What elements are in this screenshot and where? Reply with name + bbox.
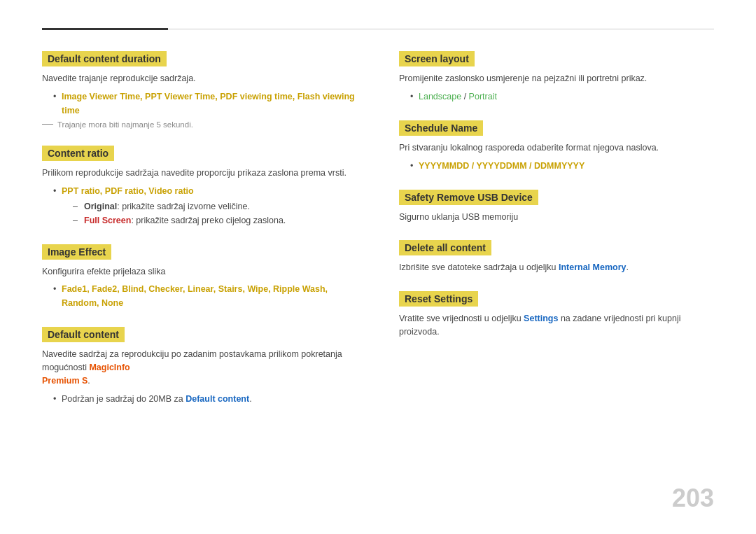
section-desc-delete-all-content: Izbrišite sve datoteke sadržaja u odjelj…: [399, 261, 714, 274]
link-magicinfo: MagicInfoPremium S: [42, 363, 130, 386]
section-default-content: Default content Navedite sadržaj za repr…: [42, 327, 357, 405]
rule-right: [168, 29, 714, 29]
link-text: Image Viewer Time, PPT Viewer Time, PDF …: [62, 92, 355, 115]
link-landscape: Landscape: [419, 92, 461, 101]
section-title-image-effect: Image Effect: [42, 244, 111, 260]
sub-list-ratio: Original: prikažite sadržaj izvorne veli…: [62, 199, 357, 227]
section-desc-content-ratio: Prilikom reprodukcije sadržaja navedite …: [42, 167, 357, 180]
column-left: Default content duration Navedite trajan…: [42, 51, 357, 423]
link-text-schedule: YYYYMMDD / YYYYDDMM / DDMMYYYY: [419, 161, 584, 171]
section-title-content-ratio: Content ratio: [42, 146, 114, 161]
list-item: YYYYMMDD / YYYYDDMM / DDMMYYYY: [410, 159, 714, 173]
section-desc-screen-layout: Promijenite zaslonsko usmjerenje na pejz…: [399, 72, 714, 85]
section-screen-layout: Screen layout Promijenite zaslonsko usmj…: [399, 51, 714, 104]
list-item: Landscape / Portrait: [410, 90, 714, 104]
sub-list-item: Original: prikažite sadržaj izvorne veli…: [73, 199, 357, 213]
link-default-content: Default content: [186, 394, 249, 404]
page-container: Default content duration Navedite trajan…: [0, 0, 756, 465]
link-text-effect: Fade1, Fade2, Blind, Checker, Linear, St…: [62, 284, 328, 308]
link-text-ratio: PPT ratio, PDF ratio, Video ratio: [62, 186, 194, 196]
section-content-ratio: Content ratio Prilikom reprodukcije sadr…: [42, 146, 357, 227]
section-title-default-content-duration: Default content duration: [42, 51, 167, 66]
section-schedule-name: Schedule Name Pri stvaranju lokalnog ras…: [399, 120, 714, 173]
section-note-duration: Trajanje mora biti najmanje 5 sekundi.: [42, 120, 357, 129]
link-settings: Settings: [524, 314, 558, 323]
section-title-schedule-name: Schedule Name: [399, 120, 483, 136]
section-desc-schedule-name: Pri stvaranju lokalnog rasporeda odaberi…: [399, 141, 714, 155]
bullet-list-screen-layout: Landscape / Portrait: [399, 90, 714, 104]
section-desc-image-effect: Konfigurira efekte prijelaza slika: [42, 265, 357, 279]
section-title-delete-all-content: Delete all content: [399, 240, 491, 255]
bullet-list-default-content: Podržan je sadržaj do 20MB za Default co…: [42, 392, 357, 406]
bullet-list-image-effect: Fade1, Fade2, Blind, Checker, Linear, St…: [42, 282, 357, 310]
section-image-effect: Image Effect Konfigurira efekte prijelaz…: [42, 244, 357, 311]
section-desc-default-content-duration: Navedite trajanje reprodukcije sadržaja.: [42, 72, 357, 85]
section-desc-safety-remove-usb: Sigurno uklanja USB memoriju: [399, 211, 714, 224]
link-portrait: Portrait: [469, 92, 497, 101]
section-title-safety-remove-usb: Safety Remove USB Device: [399, 190, 538, 205]
link-internal-memory: Internal Memory: [559, 262, 626, 272]
list-item: PPT ratio, PDF ratio, Video ratio Origin…: [53, 184, 357, 227]
section-reset-settings: Reset Settings Vratite sve vrijednosti u…: [399, 291, 714, 339]
bullet-list-content-ratio: PPT ratio, PDF ratio, Video ratio Origin…: [42, 184, 357, 227]
section-delete-all-content: Delete all content Izbrišite sve datotek…: [399, 240, 714, 274]
section-desc-default-content: Navedite sadržaj za reprodukciju po zada…: [42, 348, 357, 387]
page-number: 203: [672, 484, 714, 513]
section-title-reset-settings: Reset Settings: [399, 291, 478, 307]
rule-left: [42, 28, 168, 30]
section-desc-reset-settings: Vratite sve vrijednosti u odjeljku Setti…: [399, 312, 714, 339]
column-right: Screen layout Promijenite zaslonsko usmj…: [399, 51, 714, 423]
bullet-list-default-content-duration: Image Viewer Time, PPT Viewer Time, PDF …: [42, 90, 357, 118]
top-rules: [42, 28, 714, 30]
sub-list-item: Full Screen: prikažite sadržaj preko cij…: [73, 213, 357, 227]
section-title-default-content: Default content: [42, 327, 125, 342]
section-safety-remove-usb: Safety Remove USB Device Sigurno uklanja…: [399, 190, 714, 224]
content-columns: Default content duration Navedite trajan…: [42, 51, 714, 423]
section-title-screen-layout: Screen layout: [399, 51, 475, 66]
section-default-content-duration: Default content duration Navedite trajan…: [42, 51, 357, 129]
list-item: Image Viewer Time, PPT Viewer Time, PDF …: [53, 90, 357, 118]
list-item: Podržan je sadržaj do 20MB za Default co…: [53, 392, 357, 406]
bullet-list-schedule-name: YYYYMMDD / YYYYDDMM / DDMMYYYY: [399, 159, 714, 173]
list-item: Fade1, Fade2, Blind, Checker, Linear, St…: [53, 282, 357, 310]
